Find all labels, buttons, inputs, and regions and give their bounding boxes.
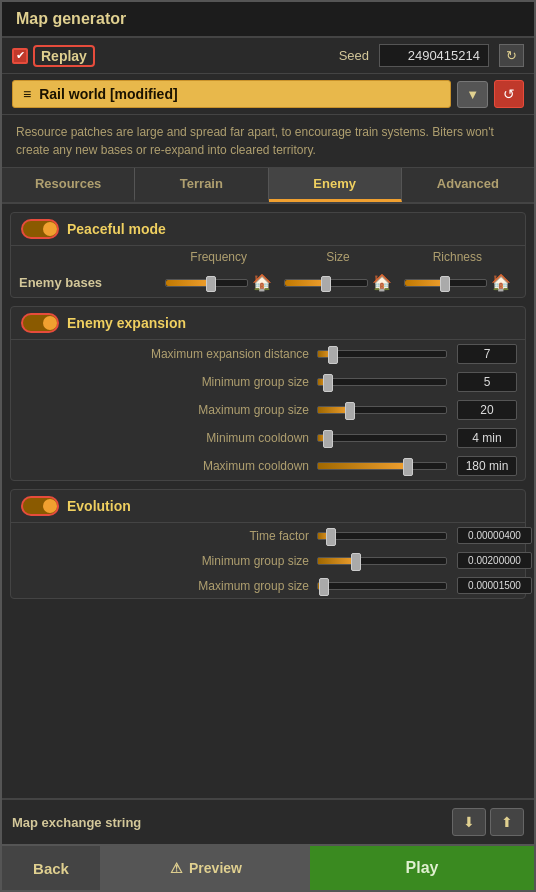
enemy-bases-label: Enemy bases	[19, 275, 159, 290]
expansion-value-0: 7	[457, 344, 517, 364]
enemy-bases-freq-handle[interactable]	[206, 276, 216, 292]
preview-label: Preview	[189, 860, 242, 876]
enemy-bases-size-handle[interactable]	[321, 276, 331, 292]
evolution-value-1: 0.00200000	[457, 552, 532, 569]
footer: Back ⚠ Preview Play	[2, 844, 534, 890]
expansion-param-1-label: Minimum group size	[19, 375, 317, 389]
enemy-bases-header: Frequency Size Richness	[11, 246, 525, 268]
preset-description: Resource patches are large and spread fa…	[2, 115, 534, 168]
preset-name: Rail world [modified]	[39, 86, 177, 102]
expansion-thumb-2[interactable]	[345, 402, 355, 420]
evolution-toggle[interactable]	[21, 496, 59, 516]
preset-row: ≡ Rail world [modified] ▼ ↺	[2, 74, 534, 115]
enemy-bases-richness-handle[interactable]	[440, 276, 450, 292]
enemy-expansion-toggle[interactable]	[21, 313, 59, 333]
preset-icon: ≡	[23, 86, 31, 102]
seed-refresh-button[interactable]: ↻	[499, 44, 524, 67]
expansion-param-2-label: Maximum group size	[19, 403, 317, 417]
enemy-bases-richness-slider-cell: 🏠	[398, 273, 517, 292]
back-button[interactable]: Back	[2, 846, 102, 890]
enemy-expansion-header: Enemy expansion	[11, 307, 525, 340]
evolution-param-2-label: Maximum group size	[19, 579, 317, 593]
expansion-param-4-label: Maximum cooldown	[19, 459, 317, 473]
peaceful-mode-section: Peaceful mode Frequency Size Richness En…	[10, 212, 526, 298]
expansion-param-1: Minimum group size 5	[11, 368, 525, 396]
enemy-bases-freq-track[interactable]	[165, 279, 248, 287]
expansion-toggle-knob	[43, 316, 57, 330]
expansion-param-4-slider[interactable]	[317, 462, 447, 470]
title-bar: Map generator	[2, 2, 534, 38]
enemy-bases-size-icon: 🏠	[372, 273, 392, 292]
peaceful-mode-header: Peaceful mode	[11, 213, 525, 246]
tab-resources[interactable]: Resources	[2, 168, 135, 202]
seed-input[interactable]	[379, 44, 489, 67]
map-exchange-bar: Map exchange string ⬇ ⬆	[2, 798, 534, 844]
preview-icon: ⚠	[170, 860, 183, 876]
peaceful-mode-toggle[interactable]	[21, 219, 59, 239]
expansion-thumb-0[interactable]	[328, 346, 338, 364]
evolution-param-1: Minimum group size 0.00200000	[11, 548, 525, 573]
evolution-section: Evolution Time factor 0.00000400	[10, 489, 526, 599]
tabs-bar: Resources Terrain Enemy Advanced	[2, 168, 534, 204]
evolution-thumb-0[interactable]	[326, 528, 336, 546]
evolution-param-0-slider[interactable]	[317, 532, 447, 540]
evolution-value-2: 0.00001500	[457, 577, 532, 594]
map-exchange-import-button[interactable]: ⬇	[452, 808, 486, 836]
seed-label: Seed	[339, 48, 369, 63]
preset-select[interactable]: ≡ Rail world [modified]	[12, 80, 451, 108]
app-title: Map generator	[16, 10, 126, 27]
enemy-bases-size-track[interactable]	[284, 279, 367, 287]
preview-button[interactable]: ⚠ Preview	[102, 846, 310, 890]
preset-refresh-button[interactable]: ↺	[494, 80, 524, 108]
evolution-label: Evolution	[67, 498, 131, 514]
map-exchange-export-button[interactable]: ⬆	[490, 808, 524, 836]
expansion-param-0: Maximum expansion distance 7	[11, 340, 525, 368]
expansion-param-3-slider[interactable]	[317, 434, 447, 442]
evolution-param-1-label: Minimum group size	[19, 554, 317, 568]
richness-header: Richness	[398, 250, 517, 264]
expansion-param-2-slider[interactable]	[317, 406, 447, 414]
top-controls: ✔ Replay Seed ↻	[2, 38, 534, 74]
enemy-bases-freq-icon: 🏠	[252, 273, 272, 292]
toggle-knob	[43, 222, 57, 236]
expansion-param-3-label: Minimum cooldown	[19, 431, 317, 445]
enemy-expansion-section: Enemy expansion Maximum expansion distan…	[10, 306, 526, 481]
evolution-param-1-slider[interactable]	[317, 557, 447, 565]
expansion-value-1: 5	[457, 372, 517, 392]
freq-header: Frequency	[159, 250, 278, 264]
tab-advanced[interactable]: Advanced	[402, 168, 534, 202]
expansion-param-0-slider[interactable]	[317, 350, 447, 358]
expansion-fill-4	[318, 463, 408, 469]
peaceful-mode-label: Peaceful mode	[67, 221, 166, 237]
expansion-param-1-slider[interactable]	[317, 378, 447, 386]
replay-checkbox[interactable]: ✔	[12, 48, 28, 64]
expansion-value-4: 180 min	[457, 456, 517, 476]
preset-dropdown-button[interactable]: ▼	[457, 81, 488, 108]
tab-enemy[interactable]: Enemy	[269, 168, 402, 202]
expansion-param-4: Maximum cooldown 180 min	[11, 452, 525, 480]
enemy-bases-richness-icon: 🏠	[491, 273, 511, 292]
replay-label: Replay	[33, 45, 95, 67]
evolution-thumb-2[interactable]	[319, 578, 329, 596]
expansion-thumb-1[interactable]	[323, 374, 333, 392]
expansion-thumb-4[interactable]	[403, 458, 413, 476]
evolution-param-2-slider[interactable]	[317, 582, 447, 590]
enemy-bases-richness-track[interactable]	[404, 279, 487, 287]
evolution-header: Evolution	[11, 490, 525, 523]
expansion-param-3: Minimum cooldown 4 min	[11, 424, 525, 452]
enemy-bases-freq-slider-cell: 🏠	[159, 273, 278, 292]
size-header: Size	[278, 250, 397, 264]
expansion-thumb-3[interactable]	[323, 430, 333, 448]
evolution-params: Time factor 0.00000400 Minimum group siz…	[11, 523, 525, 598]
enemy-bases-richness-fill	[405, 280, 446, 286]
play-button[interactable]: Play	[310, 846, 534, 890]
expansion-value-2: 20	[457, 400, 517, 420]
evolution-param-0-label: Time factor	[19, 529, 317, 543]
tab-terrain[interactable]: Terrain	[135, 168, 268, 202]
replay-check: ✔ Replay	[12, 45, 95, 67]
content-area: Peaceful mode Frequency Size Richness En…	[2, 204, 534, 798]
content-spacer	[2, 603, 534, 663]
evolution-thumb-1[interactable]	[351, 553, 361, 571]
expansion-params: Maximum expansion distance 7 Minimum gro…	[11, 340, 525, 480]
expansion-value-3: 4 min	[457, 428, 517, 448]
